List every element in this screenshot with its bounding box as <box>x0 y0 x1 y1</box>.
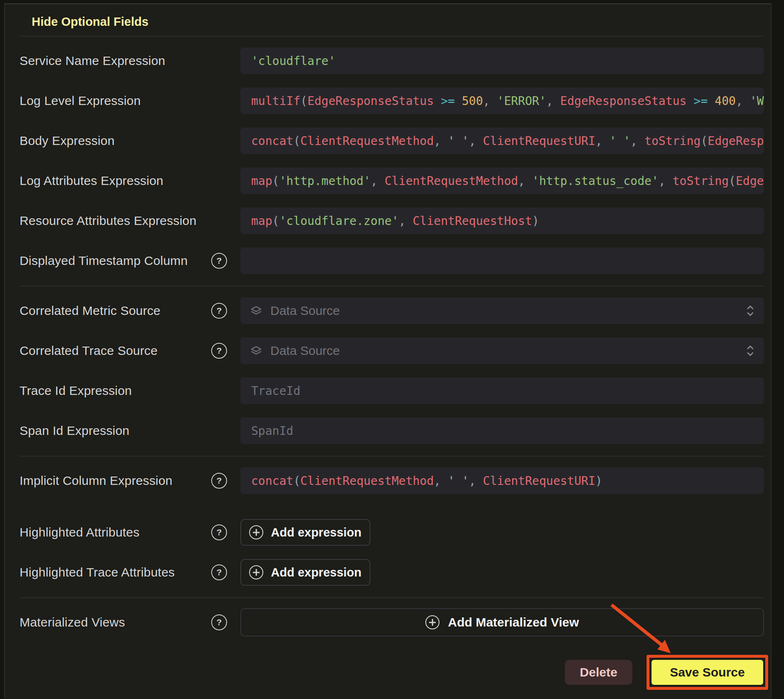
hide-optional-fields-toggle[interactable]: Hide Optional Fields <box>20 13 764 30</box>
field-row-materialized-views: Materialized Views ? Add Materialized Vi… <box>20 608 764 637</box>
implicit-column-expression-input[interactable]: concat(ClientRequestMethod, ' ', ClientR… <box>240 467 764 494</box>
plus-circle-icon <box>249 565 263 579</box>
span-id-expression-input[interactable]: SpanId <box>240 417 764 444</box>
add-materialized-view-label: Add Materialized View <box>448 615 579 629</box>
section-divider <box>20 36 764 37</box>
form-actions: Delete Save Source <box>20 655 764 690</box>
annotation-highlight: Save Source <box>647 655 768 690</box>
field-row-span-id: Span Id Expression SpanId <box>20 417 764 444</box>
field-row-log-level: Log Level Expression multiIf(EdgeRespons… <box>20 87 764 114</box>
field-row-trace-id: Trace Id Expression TraceId <box>20 377 764 404</box>
log-level-label: Log Level Expression <box>20 93 211 108</box>
field-row-highlighted-attributes: Highlighted Attributes ? Add expression <box>20 519 764 546</box>
select-placeholder: Data Source <box>270 344 340 358</box>
service-name-expression-input[interactable]: 'cloudflare' <box>240 47 764 74</box>
trace-id-label: Trace Id Expression <box>20 383 211 398</box>
delete-button[interactable]: Delete <box>565 660 632 685</box>
help-icon[interactable]: ? <box>211 473 227 489</box>
source-settings-panel: Hide Optional Fields Service Name Expres… <box>4 3 772 699</box>
displayed-timestamp-input[interactable] <box>240 247 764 274</box>
help-icon[interactable]: ? <box>211 343 227 359</box>
layers-icon <box>250 344 263 357</box>
add-expression-button[interactable]: Add expression <box>240 559 370 586</box>
section-divider <box>20 456 764 457</box>
log-level-expression-input[interactable]: multiIf(EdgeResponseStatus >= 500, 'ERRO… <box>240 87 764 114</box>
plus-circle-icon <box>249 525 263 539</box>
help-icon[interactable]: ? <box>211 614 227 630</box>
layers-icon <box>250 304 263 317</box>
correlated-metric-source-select[interactable]: Data Source <box>240 297 764 324</box>
help-icon[interactable]: ? <box>211 253 227 269</box>
implicit-column-label: Implicit Column Expression <box>20 473 211 488</box>
input-placeholder: SpanId <box>251 424 293 438</box>
correlated-trace-source-select[interactable]: Data Source <box>240 337 764 364</box>
body-label: Body Expression <box>20 133 211 148</box>
body-expression-input[interactable]: concat(ClientRequestMethod, ' ', ClientR… <box>240 127 764 154</box>
trace-id-expression-input[interactable]: TraceId <box>240 377 764 404</box>
plus-circle-icon <box>425 615 439 629</box>
help-icon[interactable]: ? <box>211 303 227 319</box>
input-placeholder: TraceId <box>251 384 300 398</box>
field-row-highlighted-trace-attributes: Highlighted Trace Attributes ? Add expre… <box>20 559 764 586</box>
displayed-timestamp-label: Displayed Timestamp Column <box>20 253 211 268</box>
correlated-metric-label: Correlated Metric Source <box>20 303 211 318</box>
highlighted-attributes-label: Highlighted Attributes <box>20 525 211 540</box>
materialized-views-label: Materialized Views <box>20 615 211 630</box>
resource-attributes-expression-input[interactable]: map('cloudflare.zone', ClientRequestHost… <box>240 207 764 234</box>
add-expression-label: Add expression <box>271 526 362 539</box>
section-divider <box>20 286 764 287</box>
service-name-label: Service Name Expression <box>20 53 211 68</box>
field-row-implicit-column: Implicit Column Expression ? concat(Clie… <box>20 467 764 494</box>
log-attributes-label: Log Attributes Expression <box>20 173 211 188</box>
unfold-icon <box>746 337 755 364</box>
field-row-body: Body Expression concat(ClientRequestMeth… <box>20 127 764 154</box>
help-icon[interactable]: ? <box>211 524 227 540</box>
field-row-resource-attributes: Resource Attributes Expression map('clou… <box>20 207 764 234</box>
field-row-correlated-metric: Correlated Metric Source ? Data Source <box>20 297 764 324</box>
field-row-displayed-timestamp: Displayed Timestamp Column ? <box>20 247 764 274</box>
add-expression-button[interactable]: Add expression <box>240 519 370 546</box>
resource-attributes-label: Resource Attributes Expression <box>20 213 211 228</box>
correlated-trace-label: Correlated Trace Source <box>20 343 211 358</box>
save-source-button[interactable]: Save Source <box>652 660 763 685</box>
field-row-service-name: Service Name Expression 'cloudflare' <box>20 47 764 74</box>
highlighted-trace-attributes-label: Highlighted Trace Attributes <box>20 565 211 580</box>
log-attributes-expression-input[interactable]: map('http.method', ClientRequestMethod, … <box>240 167 764 194</box>
add-expression-label: Add expression <box>271 566 362 579</box>
add-materialized-view-button[interactable]: Add Materialized View <box>240 608 764 637</box>
unfold-icon <box>746 297 755 324</box>
help-icon[interactable]: ? <box>211 564 227 580</box>
section-divider <box>20 597 764 598</box>
field-row-log-attributes: Log Attributes Expression map('http.meth… <box>20 167 764 194</box>
span-id-label: Span Id Expression <box>20 423 211 438</box>
field-row-correlated-trace: Correlated Trace Source ? Data Source <box>20 337 764 364</box>
select-placeholder: Data Source <box>270 304 340 318</box>
